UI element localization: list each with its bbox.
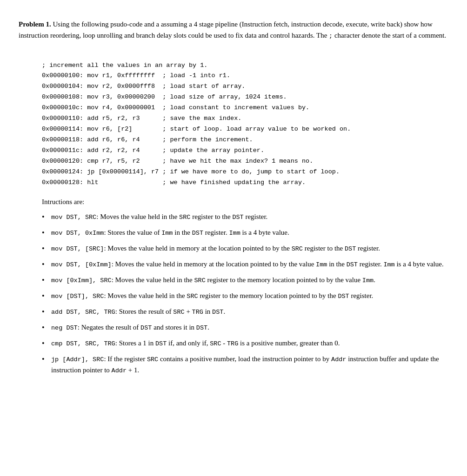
code-inline: Imm xyxy=(161,230,173,237)
code-inline: DST xyxy=(232,214,243,221)
code-inline: TRG xyxy=(227,340,238,347)
list-item: mov DST, 0xImm: Stores the value of Imm … xyxy=(42,227,448,238)
code-inline: TRG xyxy=(192,309,203,316)
code-inline: Addr xyxy=(112,367,127,374)
code-inline: Imm xyxy=(362,277,374,284)
code-line-3: 0x00000104: mov r2, 0x0000fff8 ; load st… xyxy=(42,83,245,90)
code-inline: DST xyxy=(155,340,167,347)
code-line-8: 0x00000118: add r6, r6, r4 ; perform the… xyxy=(42,136,253,143)
code-inline: mov [DST], SRC xyxy=(51,293,104,300)
code-inline: SRC xyxy=(194,277,206,284)
code-inline: Imm xyxy=(316,261,327,268)
code-inline: DST xyxy=(347,261,358,268)
code-inline: SRC xyxy=(179,214,190,221)
code-inline: neg DST xyxy=(51,324,78,331)
code-line-2: 0x00000100: mov r1, 0xffffffff ; load -1… xyxy=(42,72,230,79)
code-inline: add DST, SRC, TRG xyxy=(51,309,115,316)
instructions-label: Intructions are: xyxy=(42,197,448,207)
code-line-10: 0x00000120: cmp r7, r5, r2 ; have we hit… xyxy=(42,158,313,165)
bullet-list: mov DST, SRC: Moves the value held in th… xyxy=(42,212,448,376)
code-inline: DST xyxy=(140,324,152,331)
code-line-11: 0x00000124: jp [0x00000114], r7 ; if we … xyxy=(42,168,340,175)
list-item: mov DST, [SRC]: Moves the value held in … xyxy=(42,243,448,254)
code-inline: DST xyxy=(345,245,356,252)
code-inline: mov [0xImm], SRC xyxy=(51,277,112,284)
list-item: mov DST, SRC: Moves the value held in th… xyxy=(42,212,448,223)
code-inline: DST xyxy=(338,293,349,300)
code-inline: SRC xyxy=(187,293,198,300)
code-inline: Imm xyxy=(229,230,240,237)
code-inline: jp [Addr], SRC xyxy=(51,356,104,363)
code-inline: SRC xyxy=(147,356,158,363)
code-block: ; increment all the values in an array b… xyxy=(42,50,448,188)
problem-intro: Problem 1. Using the following psudo-cod… xyxy=(19,19,448,41)
code-inline: mov DST, 0xImm xyxy=(51,230,104,237)
list-item: neg DST: Negates the result of DST and s… xyxy=(42,322,448,333)
problem-container: Problem 1. Using the following psudo-cod… xyxy=(19,14,448,385)
code-inline: DST xyxy=(196,324,207,331)
code-line-12: 0x00000128: hlt ; we have finished updat… xyxy=(42,179,306,186)
code-inline: DST xyxy=(212,309,223,316)
list-item: add DST, SRC, TRG: Stores the result of … xyxy=(42,306,448,317)
list-item: jp [Addr], SRC: If the register SRC cont… xyxy=(42,354,448,376)
code-line-5: 0x0000010c: mov r4, 0x00000001 ; load co… xyxy=(42,104,309,111)
code-inline: SRC xyxy=(173,309,184,316)
list-item: mov [DST], SRC: Moves the value held in … xyxy=(42,291,448,302)
code-inline: mov DST, [SRC] xyxy=(51,245,104,252)
code-line-6: 0x00000110: add r5, r2, r3 ; save the ma… xyxy=(42,115,241,122)
code-inline: SRC xyxy=(210,340,221,347)
problem-label: Problem 1. xyxy=(19,20,51,28)
code-inline: SRC xyxy=(292,245,303,252)
code-line-1: ; increment all the values in an array b… xyxy=(42,62,207,69)
code-line-7: 0x00000114: mov r6, [r2] ; start of loop… xyxy=(42,126,351,132)
list-item: cmp DST, SRC, TRG: Stores a 1 in DST if,… xyxy=(42,338,448,349)
problem-header: Problem 1. Using the following psudo-cod… xyxy=(19,19,448,41)
code-inline: DST xyxy=(192,230,203,237)
code-inline: mov DST, [0xImm] xyxy=(51,261,112,268)
list-item: mov [0xImm], SRC: Moves the value held i… xyxy=(42,275,448,286)
code-line-4: 0x00000108: mov r3, 0x00000200 ; load si… xyxy=(42,93,287,100)
code-inline: Addr xyxy=(331,356,346,363)
code-inline: Imm xyxy=(383,261,394,268)
code-inline: cmp DST, SRC, TRG xyxy=(51,340,115,347)
code-inline: mov DST, SRC xyxy=(51,214,96,221)
code-line-9: 0x0000011c: add r2, r2, r4 ; update the … xyxy=(42,147,264,154)
list-item: mov DST, [0xImm]: Moves the value held i… xyxy=(42,259,448,270)
